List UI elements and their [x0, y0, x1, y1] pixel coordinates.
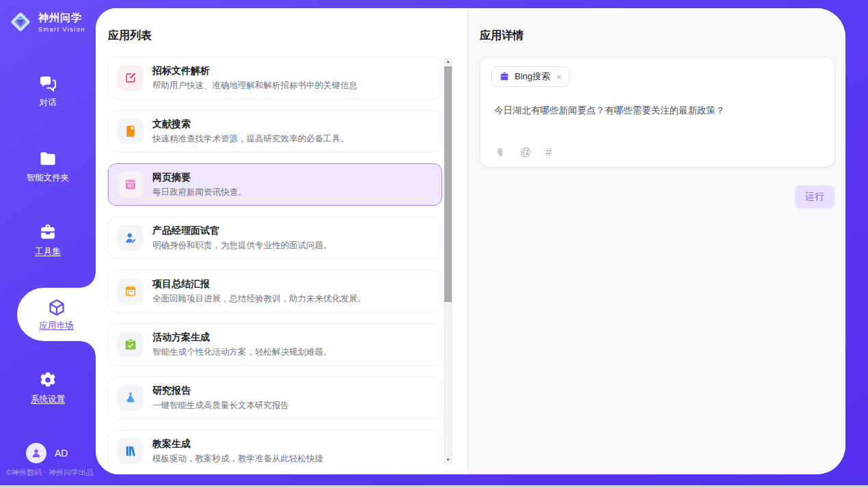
books-icon	[118, 438, 144, 464]
clipboard-check-icon	[118, 331, 144, 357]
app-list: 招标文件解析 帮助用户快速、准确地理解和解析招标书中的关键信息 文献搜索 快速精…	[108, 57, 442, 465]
tool-chip-bing-search[interactable]: Bing搜索 ×	[491, 66, 569, 87]
edit-square-icon	[118, 65, 144, 91]
at-icon[interactable]: @	[520, 146, 531, 159]
scrollbar-track[interactable]: ▲ ▼	[444, 57, 452, 465]
sidebar-item-chat[interactable]: 对话	[0, 74, 96, 109]
window-bottom-edge	[0, 485, 868, 488]
app-name: 活动方案生成	[152, 331, 332, 344]
chat-icon	[38, 74, 57, 93]
calendar-icon	[118, 278, 144, 304]
app-card-bid-analysis[interactable]: 招标文件解析 帮助用户快速、准确地理解和解析招标书中的关键信息	[108, 57, 442, 99]
app-desc: 帮助用户快速、准确地理解和解析招标书中的关键信息	[152, 80, 357, 92]
prompt-card[interactable]: Bing搜索 × 今日湖北有哪些新闻要点？有哪些需要关注的最新政策？ @ #	[480, 57, 835, 167]
app-window: 神州问学 Smart Vision 对话 智能文件夹	[0, 0, 868, 488]
app-name: 招标文件解析	[152, 65, 357, 77]
chip-close-icon[interactable]: ×	[556, 72, 562, 82]
app-card-web-summary[interactable]: 网页摘要 每日政府新闻资讯快查。	[108, 163, 442, 206]
sidebar-item-smart-folder[interactable]: 智能文件夹	[0, 149, 96, 184]
browser-code-icon	[118, 172, 144, 198]
sidebar-item-label: 智能文件夹	[27, 172, 70, 184]
app-detail-panel: 应用详情 Bing搜索 × 今日湖北有哪些新闻要点？有哪些需要关注的最新政策？	[467, 8, 845, 474]
app-desc: 明确身份和职责，为您提供专业性的面试问题。	[152, 240, 332, 252]
app-card-activity-plan[interactable]: 活动方案生成 智能生成个性化活动方案，轻松解决规划难题。	[108, 323, 442, 366]
app-detail-title: 应用详情	[480, 29, 524, 43]
user-avatar-icon	[26, 443, 46, 463]
sidebar-footer: ©神州数码 · 神州问学出品	[6, 467, 94, 478]
app-desc: 快速精准查找学术资源，提高研究效率的必备工具。	[152, 133, 349, 145]
app-name: 产品经理面试官	[152, 225, 332, 237]
app-card-project-summary[interactable]: 项目总结汇报 全面回顾项目进展，总结经验教训，助力未来优化发展。	[108, 270, 442, 312]
paperclip-icon[interactable]	[494, 147, 506, 159]
cube-icon	[47, 298, 66, 317]
app-name: 网页摘要	[152, 172, 247, 184]
brand-name: 神州问学	[38, 12, 85, 25]
gear-icon	[38, 370, 57, 390]
app-card-research-report[interactable]: 研究报告 一键智能生成高质量长文本研究报告	[108, 377, 442, 419]
sidebar: 神州问学 Smart Vision 对话 智能文件夹	[0, 0, 96, 488]
brand-logo: 神州问学 Smart Vision	[8, 10, 85, 34]
sidebar-item-app-market[interactable]: 应用市场	[17, 288, 96, 341]
main-content: 应用列表 招标文件解析 帮助用户快速、准确地理解和解析招标书中的关键信息	[96, 8, 845, 474]
briefcase-icon	[499, 71, 510, 82]
sidebar-item-label: 工具集	[35, 246, 61, 258]
app-desc: 每日政府新闻资讯快查。	[152, 187, 247, 198]
app-desc: 一键智能生成高质量长文本研究报告	[152, 400, 289, 411]
scrollbar-thumb[interactable]	[444, 66, 452, 302]
sidebar-item-label: 系统设置	[31, 394, 65, 405]
app-card-pm-interviewer[interactable]: 产品经理面试官 明确身份和职责，为您提供专业性的面试问题。	[108, 217, 442, 259]
app-name: 文献搜索	[152, 118, 349, 131]
sidebar-item-label: 对话	[40, 97, 57, 109]
app-card-literature-search[interactable]: 文献搜索 快速精准查找学术资源，提高研究效率的必备工具。	[108, 110, 442, 152]
run-button[interactable]: 运行	[795, 185, 835, 208]
user-edit-icon	[118, 225, 144, 251]
user-account[interactable]: AD	[26, 443, 68, 463]
hash-icon[interactable]: #	[545, 146, 552, 159]
folder-icon	[38, 149, 57, 168]
sidebar-item-settings[interactable]: 系统设置	[0, 370, 96, 405]
scrollbar-up-arrow[interactable]: ▲	[444, 57, 452, 66]
app-name: 研究报告	[152, 385, 289, 397]
app-card-lesson-plan[interactable]: 教案生成 模板驱动，教案秒成，教学准备从此轻松快捷	[108, 430, 442, 465]
app-list-title: 应用列表	[108, 29, 152, 43]
tool-chip-label: Bing搜索	[515, 70, 550, 83]
toolbox-icon	[38, 223, 57, 242]
book-icon	[118, 118, 144, 144]
flask-icon	[118, 385, 144, 411]
app-desc: 模板驱动，教案秒成，教学准备从此轻松快捷	[152, 453, 323, 465]
scrollbar-down-arrow[interactable]: ▼	[444, 456, 452, 464]
app-desc: 智能生成个性化活动方案，轻松解决规划难题。	[152, 347, 332, 358]
sidebar-item-label: 应用市场	[40, 320, 74, 331]
brand-subtitle: Smart Vision	[38, 26, 85, 33]
app-name: 教案生成	[152, 438, 323, 450]
app-name: 项目总结汇报	[152, 278, 366, 290]
diamond-logo-icon	[8, 10, 33, 34]
sidebar-item-toolset[interactable]: 工具集	[0, 223, 96, 258]
prompt-input[interactable]: 今日湖北有哪些新闻要点？有哪些需要关注的最新政策？	[494, 104, 821, 118]
prompt-toolbar: @ #	[494, 146, 552, 159]
app-desc: 全面回顾项目进展，总结经验教训，助力未来优化发展。	[152, 293, 366, 305]
user-initials: AD	[55, 448, 68, 459]
app-list-panel: 应用列表 招标文件解析 帮助用户快速、准确地理解和解析招标书中的关键信息	[96, 8, 467, 474]
